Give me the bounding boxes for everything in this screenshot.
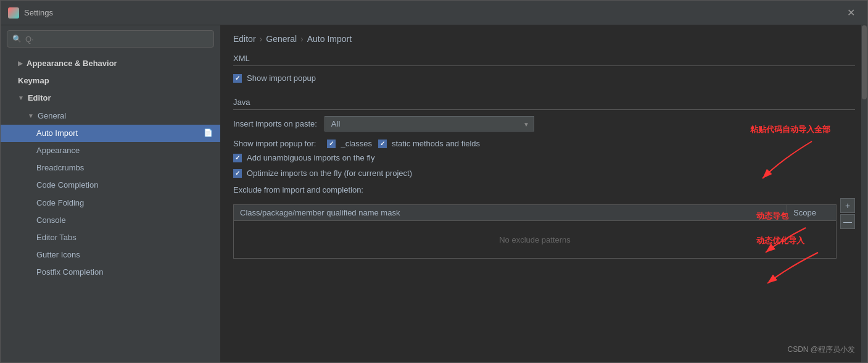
content-area: 🔍 ▶ Appearance & Behavior Keymap ▼ Edito… [1, 25, 867, 362]
search-input[interactable] [25, 35, 209, 44]
add-unambiguous-row: Add unambiguous imports on the fly [233, 152, 855, 164]
table-actions: + — [840, 198, 855, 230]
expand-arrow: ▼ [18, 94, 24, 102]
app-icon [8, 7, 19, 19]
exclude-table-header: Class/package/member qualified name mask… [234, 205, 836, 221]
sidebar-item-label: Breadcrumbs [36, 162, 84, 173]
classes-checkbox[interactable] [327, 140, 336, 148]
sidebar-item-code-folding[interactable]: Code Folding [1, 194, 220, 212]
java-section-header: Java [233, 94, 855, 110]
breadcrumb-sep-1: › [260, 34, 263, 44]
sidebar-item-label: Editor [28, 93, 51, 104]
sidebar-item-label: Auto Import [36, 128, 78, 139]
sidebar-item-label: Gutter Icons [36, 249, 80, 261]
classes-label: _classes [341, 139, 372, 148]
sidebar-item-code-completion[interactable]: Code Completion [1, 177, 220, 194]
static-methods-label: static methods and fields [392, 139, 480, 148]
search-box[interactable]: 🔍 [7, 30, 214, 48]
sidebar-item-label: Appearance [36, 145, 80, 156]
exclude-section-container: Exclude from import and completion: Clas… [233, 185, 855, 259]
sidebar-item-gutter-icons[interactable]: Gutter Icons [1, 246, 220, 264]
sidebar-item-auto-import[interactable]: Auto Import 📄 [1, 125, 220, 142]
add-pattern-button[interactable]: + [840, 198, 855, 213]
exclude-section: Class/package/member qualified name mask… [233, 198, 855, 259]
add-unambiguous-checkbox[interactable] [233, 154, 242, 162]
close-button[interactable]: ✕ [842, 4, 860, 21]
add-unambiguous-label: Add unambiguous imports on the fly [247, 153, 374, 162]
sidebar-item-appearance[interactable]: Appearance [1, 142, 220, 159]
breadcrumb: Editor › General › Auto Import [221, 25, 867, 50]
settings-window: Settings ✕ 🔍 ▶ Appearance & Behavior Key… [0, 0, 868, 363]
sidebar-item-label: Code Completion [36, 180, 98, 191]
sidebar-item-label: Keymap [18, 75, 49, 86]
sidebar-item-editor[interactable]: ▼ Editor [1, 90, 220, 107]
show-import-popup-xml-label: Show import popup [247, 73, 316, 83]
insert-imports-dropdown-wrapper: All Ask None ▼ [324, 116, 534, 131]
show-import-popup-java-row: Show import popup for: _classes static m… [233, 139, 855, 148]
sidebar-item-appearance-behavior[interactable]: ▶ Appearance & Behavior [1, 55, 220, 72]
sidebar-item-label: Editor Tabs [36, 232, 76, 243]
search-icon: 🔍 [12, 35, 22, 43]
csdn-watermark: CSDN @程序员小发 [787, 344, 855, 355]
breadcrumb-part-2: General [266, 34, 297, 44]
sidebar-item-console[interactable]: Console [1, 212, 220, 229]
breadcrumb-sep-2: › [300, 34, 304, 44]
sidebar-item-label: General [38, 111, 66, 122]
remove-pattern-button[interactable]: — [840, 214, 855, 229]
breadcrumb-part-3: Auto Import [307, 34, 352, 44]
scrollbar-track[interactable] [861, 25, 867, 362]
expand-arrow: ▶ [18, 59, 23, 68]
sidebar-item-editor-tabs[interactable]: Editor Tabs [1, 229, 220, 246]
expand-arrow: ▼ [28, 112, 34, 120]
nav-tree: ▶ Appearance & Behavior Keymap ▼ Editor … [1, 52, 220, 362]
no-patterns-text: No exclude patterns [499, 235, 571, 244]
show-import-popup-xml-row: Show import popup [233, 72, 855, 84]
breadcrumb-part-1: Editor [233, 34, 256, 44]
show-import-popup-xml-checkbox[interactable] [233, 74, 242, 83]
static-methods-checkbox[interactable] [378, 140, 387, 148]
main-content: XML Show import popup Java Insert import… [221, 50, 867, 362]
insert-imports-dropdown[interactable]: All Ask None [324, 116, 534, 131]
scrollbar-thumb[interactable] [862, 25, 867, 99]
col-name-header: Class/package/member qualified name mask [234, 205, 787, 220]
sidebar-item-keymap[interactable]: Keymap [1, 72, 220, 90]
exclude-title: Exclude from import and completion: [233, 185, 855, 194]
main-panel: Editor › General › Auto Import XML Show … [221, 25, 867, 362]
sidebar-item-breadcrumbs[interactable]: Breadcrumbs [1, 159, 220, 177]
optimize-imports-row: Optimize imports on the fly (for current… [233, 167, 855, 179]
optimize-imports-label: Optimize imports on the fly (for current… [247, 169, 412, 178]
show-import-popup-java-label: Show import popup for: [233, 139, 316, 148]
optimize-imports-checkbox[interactable] [233, 169, 242, 178]
sidebar-item-general[interactable]: ▼ General [1, 107, 220, 125]
sidebar-item-label: Code Folding [36, 198, 84, 209]
exclude-table: Class/package/member qualified name mask… [233, 204, 837, 259]
edit-icon: 📄 [204, 128, 213, 138]
exclude-table-wrapper: Class/package/member qualified name mask… [233, 198, 837, 259]
exclude-table-body: No exclude patterns [234, 221, 836, 258]
window-title: Settings [24, 8, 842, 17]
insert-imports-label: Insert imports on paste: [233, 119, 317, 128]
sidebar-item-label: Console [36, 215, 66, 226]
sidebar-item-label: Appearance & Behavior [27, 58, 117, 69]
title-bar: Settings ✕ [1, 1, 867, 25]
col-scope-header: Scope [787, 205, 836, 220]
xml-section-header: XML [233, 50, 855, 66]
sidebar-item-postfix-completion[interactable]: Postfix Completion [1, 264, 220, 281]
sidebar: 🔍 ▶ Appearance & Behavior Keymap ▼ Edito… [1, 25, 221, 362]
sidebar-item-label: Postfix Completion [36, 267, 103, 278]
insert-imports-row: Insert imports on paste: All Ask None ▼ [233, 116, 855, 131]
